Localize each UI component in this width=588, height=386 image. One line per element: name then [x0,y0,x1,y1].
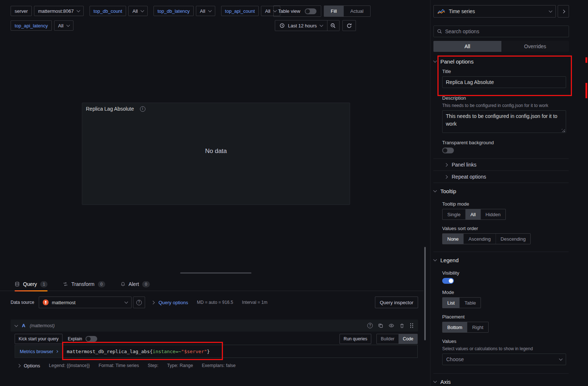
visualization-picker[interactable]: Time series [433,5,556,18]
legend-header[interactable]: Legend [433,256,569,264]
legend-mode-label: Mode [442,290,569,295]
sort-ascending[interactable]: Ascending [463,234,496,244]
variable-picker-top-db-latency[interactable]: All [196,6,215,16]
datasource-help-button[interactable]: ? [133,297,145,308]
options-tab-overrides[interactable]: Overrides [501,41,569,52]
collapse-query-row-icon[interactable] [15,323,18,327]
variable-label-top-db-count: top_db_count [90,6,126,16]
fill-actual-group: Fill Actual [324,5,371,17]
tab-count-badge: 0 [98,281,105,287]
operator-token: =~ [175,349,181,354]
collapse-options-pane-button[interactable] [558,5,569,18]
chevron-right-icon [444,175,448,179]
chevron-down-icon [208,9,212,12]
exemplars-option: Exemplars: false [202,363,235,368]
drag-handle-icon[interactable] [410,323,414,328]
metrics-browser-button[interactable]: Metrics browser [15,345,62,358]
variable-label-top-db-latency: top_db_latency [153,6,194,16]
refresh-dashboard-button[interactable] [342,20,356,31]
variable-value-text: All [200,8,205,14]
placement-right[interactable]: Right [467,322,488,332]
duplicate-query-icon[interactable] [378,323,383,328]
zoom-out-icon [330,23,336,28]
kick-start-query-button[interactable]: Kick start your query [15,334,62,344]
visibility-label: Visibility [442,270,569,276]
transparent-background-field: Transparent background [442,140,569,153]
datasource-name: mattermost [52,300,122,305]
tooltip-mode-all[interactable]: All [465,209,480,219]
datasource-picker[interactable]: mattermost [39,297,132,308]
legend-option: Legend: {{instance}} [49,363,90,368]
panel-description-textarea[interactable]: This needs to be configured in config.js… [442,110,566,133]
search-options-input[interactable] [445,28,565,34]
tooltip-mode-single[interactable]: Single [443,209,465,219]
tab-alert[interactable]: Alert 0 [121,278,150,291]
tab-query[interactable]: Query 1 [15,278,48,291]
metric-token: mattermost_db_replica_lag_abs [67,349,150,354]
hide-query-icon[interactable] [388,324,394,328]
sort-descending[interactable]: Descending [496,234,531,244]
query-row-header[interactable]: A (mattermost) ? [11,320,418,332]
chevron-down-icon [433,189,437,192]
dashboard-variables-row-1: server mattermost:8067 top_db_count All … [11,6,280,16]
code-mode-option[interactable]: Code [398,334,417,344]
query-options-label: Query options [159,300,188,305]
tooltip-mode-hidden[interactable]: Hidden [481,209,505,219]
query-inspector-button[interactable]: Query inspector [375,297,418,308]
timeseries-chart-icon [437,9,445,14]
query-ref-id: A [22,323,25,328]
panel-links-section[interactable]: Panel links [433,158,569,171]
panel-preview: Replica Lag Absolute i No data [82,103,350,205]
actual-option[interactable]: Actual [344,6,370,16]
panel-options-header[interactable]: Panel options [433,57,588,66]
query-editor-row: Metrics browser mattermost_db_replica_la… [15,345,418,358]
zoom-out-time-button[interactable] [327,20,339,31]
variable-picker-top-api-latency[interactable]: All [54,20,73,31]
annotation-scroll-marker [585,83,587,98]
placement-bottom[interactable]: Bottom [443,322,467,332]
variable-value-text: All [265,8,270,14]
legend-values-select[interactable]: Choose [442,353,566,365]
legend-mode-table[interactable]: Table [459,298,481,308]
transparent-background-toggle[interactable] [442,148,454,153]
tooltip-header[interactable]: Tooltip [433,187,569,195]
pane-resize-handle[interactable] [180,272,251,274]
tab-label: Alert [129,281,139,287]
tab-transform[interactable]: Transform 0 [63,278,105,291]
variable-picker-server[interactable]: mattermost:8067 [34,6,84,16]
help-icon[interactable]: ? [367,323,373,328]
options-label[interactable]: Options [24,363,40,368]
explain-toggle[interactable] [86,336,97,342]
variable-picker-top-db-count[interactable]: All [128,6,147,16]
datasource-label: Data source [11,300,34,305]
delete-query-icon[interactable] [400,323,404,328]
panel-title: Replica Lag Absolute [86,106,134,112]
fill-option[interactable]: Fill [324,6,344,16]
format-option: Format: Time series [99,363,139,368]
panel-header[interactable]: Replica Lag Absolute i [82,103,350,115]
values-sort-field: Values sort order None Ascending Descend… [442,226,569,244]
select-placeholder: Choose [446,356,559,362]
chevron-right-icon [562,9,565,13]
section-title: Axis [440,379,451,385]
promql-query-input[interactable]: mattermost_db_replica_lag_abs{instance=~… [62,345,418,358]
scrollbar-thumb[interactable] [424,247,426,340]
legend-visibility-toggle[interactable] [442,278,454,284]
time-range-picker[interactable]: Last 12 hours [275,20,327,31]
query-options-toggle[interactable]: Query options MD = auto = 916.5 Interval… [152,300,268,305]
repeat-options-section[interactable]: Repeat options [433,171,569,183]
options-tab-all[interactable]: All [433,41,501,52]
chevron-right-icon[interactable] [17,364,21,367]
query-options-footer: Options Legend: {{instance}} Format: Tim… [18,361,418,370]
axis-header[interactable]: Axis [433,377,569,386]
legend-mode-list[interactable]: List [443,298,459,308]
dashboard-variables-row-2: top_api_latency All [11,20,73,31]
options-search [433,26,569,37]
sort-none[interactable]: None [443,234,463,244]
panel-title-input[interactable] [442,76,566,88]
table-view-toggle[interactable] [305,8,316,14]
builder-code-group: Builder Code [376,334,418,344]
builder-mode-option[interactable]: Builder [377,334,398,344]
title-field: Title [442,69,569,88]
run-queries-button[interactable]: Run queries [339,334,371,344]
